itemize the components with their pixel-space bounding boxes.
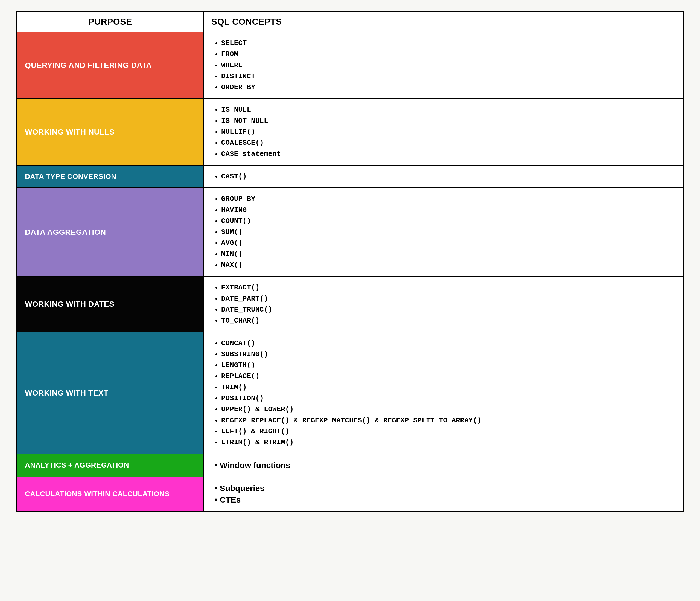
concepts-cell: EXTRACT()DATE_PART()DATE_TRUNC()TO_CHAR(…: [203, 276, 683, 332]
purpose-cell: CALCULATIONS WITHIN CALCULATIONS: [17, 477, 203, 511]
list-item: SUM(): [221, 226, 673, 237]
list-item: SELECT: [221, 38, 673, 49]
concepts-cell: SubqueriesCTEs: [203, 477, 683, 511]
list-item: Window functions: [215, 460, 673, 471]
concepts-cell: IS NULLIS NOT NULLNULLIF()COALESCE()CASE…: [203, 98, 683, 165]
concepts-cell: CONCAT()SUBSTRING()LENGTH()REPLACE()TRIM…: [203, 332, 683, 454]
list-item: NULLIF(): [221, 126, 673, 137]
list-item: Subqueries: [215, 483, 673, 494]
list-item: CTEs: [215, 494, 673, 506]
concepts-list: Window functions: [214, 460, 673, 471]
list-item: COUNT(): [221, 216, 673, 226]
purpose-cell: WORKING WITH NULLS: [17, 98, 203, 165]
purpose-cell: DATA TYPE CONVERSION: [17, 165, 203, 188]
concepts-list: IS NULLIS NOT NULLNULLIF()COALESCE()CASE…: [214, 104, 673, 159]
concepts-list: CONCAT()SUBSTRING()LENGTH()REPLACE()TRIM…: [214, 338, 673, 448]
table-row: ANALYTICS + AGGREGATIONWindow functions: [17, 454, 683, 477]
table-row: WORKING WITH NULLSIS NULLIS NOT NULLNULL…: [17, 98, 683, 165]
table-row: WORKING WITH DATESEXTRACT()DATE_PART()DA…: [17, 276, 683, 332]
list-item: UPPER() & LOWER(): [221, 404, 673, 415]
list-item: LENGTH(): [221, 360, 673, 371]
list-item: ORDER BY: [221, 82, 673, 93]
concepts-cell: CAST(): [203, 165, 683, 188]
list-item: EXTRACT(): [221, 282, 673, 293]
list-item: FROM: [221, 49, 673, 59]
purpose-cell: WORKING WITH TEXT: [17, 332, 203, 454]
list-item: COALESCE(): [221, 137, 673, 148]
list-item: DATE_PART(): [221, 293, 673, 304]
list-item: MAX(): [221, 260, 673, 270]
table-row: QUERYING AND FILTERING DATASELECTFROMWHE…: [17, 32, 683, 98]
header-purpose: PURPOSE: [17, 11, 203, 32]
list-item: WHERE: [221, 60, 673, 71]
concepts-list: CAST(): [214, 171, 673, 182]
table-row: CALCULATIONS WITHIN CALCULATIONSSubqueri…: [17, 477, 683, 511]
list-item: IS NOT NULL: [221, 116, 673, 126]
list-item: SUBSTRING(): [221, 349, 673, 360]
list-item: MIN(): [221, 249, 673, 260]
concepts-cell: Window functions: [203, 454, 683, 477]
concepts-list: SubqueriesCTEs: [214, 483, 673, 506]
list-item: HAVING: [221, 205, 673, 216]
list-item: CONCAT(): [221, 338, 673, 349]
list-item: POSITION(): [221, 393, 673, 404]
list-item: LTRIM() & RTRIM(): [221, 437, 673, 448]
concepts-list: GROUP BYHAVINGCOUNT()SUM()AVG()MIN()MAX(…: [214, 193, 673, 270]
concepts-cell: GROUP BYHAVINGCOUNT()SUM()AVG()MIN()MAX(…: [203, 188, 683, 276]
sql-concepts-table: PURPOSE SQL CONCEPTS QUERYING AND FILTER…: [17, 11, 683, 512]
list-item: TRIM(): [221, 382, 673, 393]
list-item: CAST(): [221, 171, 673, 182]
purpose-cell: DATA AGGREGATION: [17, 188, 203, 276]
table-row: DATA TYPE CONVERSIONCAST(): [17, 165, 683, 188]
purpose-cell: QUERYING AND FILTERING DATA: [17, 32, 203, 98]
list-item: REGEXP_REPLACE() & REGEXP_MATCHES() & RE…: [221, 415, 673, 426]
list-item: DATE_TRUNC(): [221, 304, 673, 315]
purpose-cell: ANALYTICS + AGGREGATION: [17, 454, 203, 477]
list-item: CASE statement: [221, 148, 673, 160]
list-item: DISTINCT: [221, 71, 673, 82]
list-item: TO_CHAR(): [221, 315, 673, 326]
header-row: PURPOSE SQL CONCEPTS: [17, 11, 683, 32]
concepts-cell: SELECTFROMWHEREDISTINCTORDER BY: [203, 32, 683, 98]
header-concepts: SQL CONCEPTS: [203, 11, 683, 32]
list-item: GROUP BY: [221, 193, 673, 205]
list-item: LEFT() & RIGHT(): [221, 426, 673, 437]
concepts-list: SELECTFROMWHEREDISTINCTORDER BY: [214, 38, 673, 93]
table-row: WORKING WITH TEXTCONCAT()SUBSTRING()LENG…: [17, 332, 683, 454]
list-item: REPLACE(): [221, 371, 673, 382]
purpose-cell: WORKING WITH DATES: [17, 276, 203, 332]
table-row: DATA AGGREGATIONGROUP BYHAVINGCOUNT()SUM…: [17, 188, 683, 276]
list-item: IS NULL: [221, 104, 673, 115]
list-item: AVG(): [221, 237, 673, 248]
concepts-list: EXTRACT()DATE_PART()DATE_TRUNC()TO_CHAR(…: [214, 282, 673, 326]
